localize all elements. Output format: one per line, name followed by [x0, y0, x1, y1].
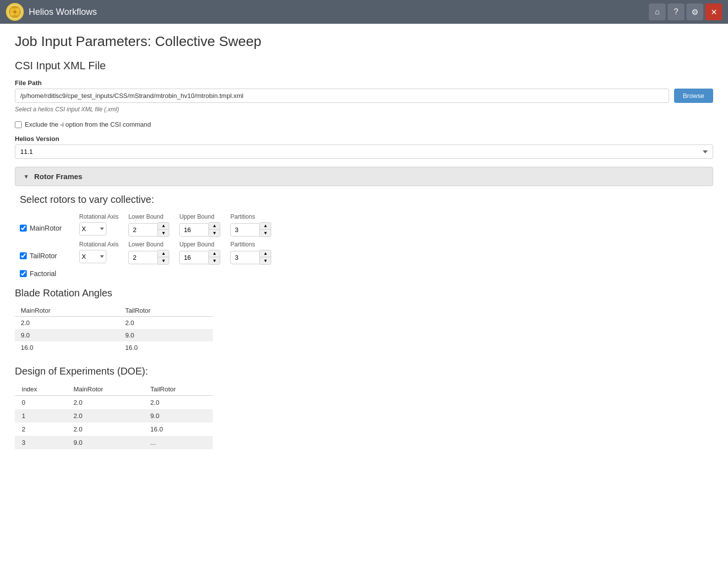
mainrotor-axis-select[interactable]: XYZ — [79, 222, 106, 236]
svg-point-3 — [13, 10, 16, 13]
mainrotor-partitions-spin-btns: ▲ ▼ — [260, 222, 271, 237]
tailrotor-upper-up-btn[interactable]: ▲ — [209, 250, 220, 257]
tailrotor-axis-group: Rotational Axis XYZ — [79, 241, 118, 263]
exclude-checkbox-label: Exclude the -i option from the CSI comma… — [25, 121, 151, 128]
blade-angles-table: MainRotor TailRotor 2.02.09.09.016.016.0 — [15, 305, 213, 354]
tailrotor-partitions-up-btn[interactable]: ▲ — [260, 250, 271, 257]
tailrotor-lower-spin-btns: ▲ ▼ — [158, 250, 169, 265]
tailrotor-label: TailRotor — [30, 252, 57, 260]
tailrotor-upper-spinbox: ▲ ▼ — [179, 250, 220, 265]
mainrotor-upper-down-btn[interactable]: ▼ — [209, 230, 220, 237]
tailrotor-axis-select[interactable]: XYZ — [79, 250, 106, 263]
mainrotor-partitions-down-btn[interactable]: ▼ — [260, 230, 271, 237]
app-title: Helios Workflows — [29, 7, 649, 17]
table-row: 2.0 — [144, 396, 213, 410]
browse-button[interactable]: Browse — [674, 89, 713, 103]
mainrotor-name: MainRotor — [20, 213, 69, 232]
mainrotor-label: MainRotor — [30, 224, 62, 232]
tailrotor-lower-spinbox: ▲ ▼ — [128, 250, 169, 265]
file-path-section: File Path Browse Select a helios CSI inp… — [15, 79, 713, 113]
tailrotor-partitions-input[interactable] — [230, 251, 260, 264]
doe-title: Design of Experiments (DOE): — [15, 366, 713, 377]
mainrotor-partitions-input[interactable] — [230, 223, 260, 237]
table-row: 2 — [15, 423, 66, 436]
tailrotor-lower-down-btn[interactable]: ▼ — [158, 257, 169, 264]
mainrotor-lower-input[interactable] — [128, 223, 158, 237]
select-rotors-title: Select rotors to vary collective: — [20, 194, 708, 205]
mainrotor-partitions-up-btn[interactable]: ▲ — [260, 223, 271, 230]
tailrotor-partitions-down-btn[interactable]: ▼ — [260, 257, 271, 264]
table-row: 16.0 — [144, 423, 213, 436]
topnav-icon-group: ⌂ ? ⚙ ✕ — [649, 3, 722, 20]
tailrotor-row: TailRotor Rotational Axis XYZ Lower Boun… — [20, 241, 708, 265]
settings-icon: ⚙ — [691, 7, 698, 17]
mainrotor-upper-spinbox: ▲ ▼ — [179, 222, 220, 237]
doe-col-tailrotor: TailRotor — [144, 383, 213, 396]
tailrotor-lower-group: Lower Bound ▲ ▼ — [128, 241, 169, 265]
mainrotor-lower-down-btn[interactable]: ▼ — [158, 230, 169, 237]
mainrotor-lower-group: Lower Bound ▲ ▼ — [128, 213, 169, 237]
close-icon: ✕ — [711, 7, 717, 17]
table-row: 16.0 — [15, 341, 119, 354]
table-row: 2.0 — [66, 423, 143, 436]
table-row: 2.0 — [66, 409, 143, 423]
helios-version-wrapper: 11.1 11.0 10.9 — [15, 144, 713, 159]
collapse-arrow-icon: ▼ — [23, 173, 29, 180]
tailrotor-checkbox[interactable] — [20, 252, 27, 259]
table-row: 9.0 — [144, 409, 213, 423]
helios-version-label: Helios Version — [15, 135, 713, 142]
blade-angles-col-mainrotor: MainRotor — [15, 305, 119, 317]
table-row: 2.0 — [66, 396, 143, 410]
factorial-checkbox[interactable] — [20, 270, 27, 277]
file-path-input[interactable] — [15, 89, 669, 103]
page-content: Job Input Parameters: Collective Sweep C… — [0, 24, 728, 459]
mainrotor-upper-group: Upper Bound ▲ ▼ — [179, 213, 220, 237]
tailrotor-upper-down-btn[interactable]: ▼ — [209, 257, 220, 264]
doe-table: index MainRotor TailRotor 02.02.012.09.0… — [15, 383, 213, 449]
help-button[interactable]: ? — [668, 3, 684, 20]
table-row: 2.0 — [119, 317, 213, 330]
tailrotor-upper-input[interactable] — [179, 251, 209, 264]
app-logo — [6, 3, 24, 21]
mainrotor-upper-label: Upper Bound — [179, 213, 220, 220]
tailrotor-partitions-label: Partitions — [230, 241, 271, 248]
mainrotor-lower-up-btn[interactable]: ▲ — [158, 223, 169, 230]
mainrotor-lower-label: Lower Bound — [128, 213, 169, 220]
tailrotor-upper-group: Upper Bound ▲ ▼ — [179, 241, 220, 265]
file-path-row: Browse — [15, 89, 713, 103]
table-row: 3 — [15, 436, 66, 449]
exclude-checkbox[interactable] — [15, 121, 22, 128]
tailrotor-lower-label: Lower Bound — [128, 241, 169, 248]
mainrotor-partitions-spinbox: ▲ ▼ — [230, 222, 271, 237]
table-row: ... — [144, 436, 213, 449]
tailrotor-upper-label: Upper Bound — [179, 241, 220, 248]
tailrotor-axis-label: Rotational Axis — [79, 241, 118, 248]
mainrotor-upper-up-btn[interactable]: ▲ — [209, 223, 220, 230]
topnav: Helios Workflows ⌂ ? ⚙ ✕ — [0, 0, 728, 24]
table-row: 16.0 — [119, 341, 213, 354]
settings-button[interactable]: ⚙ — [686, 3, 703, 20]
blade-angles-section: Blade Rotation Angles MainRotor TailRoto… — [15, 287, 713, 354]
csi-section-title: CSI Input XML File — [15, 59, 713, 72]
file-path-label: File Path — [15, 79, 713, 87]
factorial-label: Factorial — [30, 270, 56, 278]
table-row: 9.0 — [66, 436, 143, 449]
tailrotor-lower-input[interactable] — [128, 251, 158, 264]
home-icon: ⌂ — [655, 7, 660, 16]
tailrotor-upper-spin-btns: ▲ ▼ — [209, 250, 220, 265]
rotor-section: Select rotors to vary collective: MainRo… — [15, 194, 713, 278]
mainrotor-upper-input[interactable] — [179, 223, 209, 237]
page-title: Job Input Parameters: Collective Sweep — [15, 34, 713, 49]
exclude-checkbox-row: Exclude the -i option from the CSI comma… — [15, 121, 713, 128]
tailrotor-partitions-group: Partitions ▲ ▼ — [230, 241, 271, 265]
tailrotor-partitions-spin-btns: ▲ ▼ — [260, 250, 271, 265]
mainrotor-checkbox[interactable] — [20, 225, 27, 232]
helios-version-select[interactable]: 11.1 11.0 10.9 — [15, 144, 713, 159]
close-button[interactable]: ✕ — [705, 3, 722, 20]
blade-angles-title: Blade Rotation Angles — [15, 287, 713, 299]
table-row: 9.0 — [119, 329, 213, 341]
tailrotor-lower-up-btn[interactable]: ▲ — [158, 250, 169, 257]
rotor-frames-header[interactable]: ▼ Rotor Frames — [15, 167, 713, 186]
home-button[interactable]: ⌂ — [649, 3, 666, 20]
rotor-frames-label: Rotor Frames — [34, 172, 83, 181]
